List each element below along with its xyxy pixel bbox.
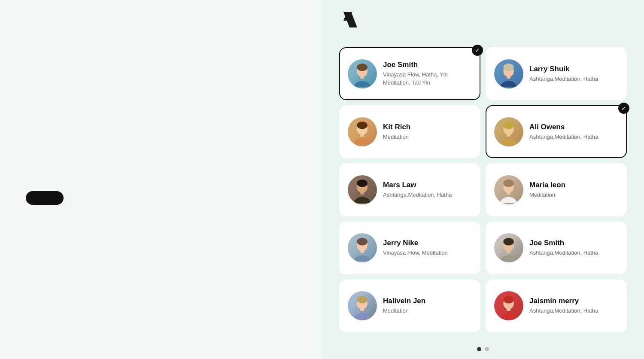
svg-point-25 xyxy=(504,180,514,187)
instructor-card-joe-smith-1[interactable]: ✓Joe SmithVinayasa Flow, Hatha, Yin Medi… xyxy=(339,47,480,100)
check-badge-ali-owens: ✓ xyxy=(618,103,629,114)
logo xyxy=(339,9,361,34)
instructor-info-joe-smith-1: Joe SmithVinayasa Flow, Hatha, Yin Medit… xyxy=(383,61,472,86)
instructor-info-ali-owens: Ali OwensAshtanga,Meditation, Hatha xyxy=(529,123,598,141)
svg-point-38 xyxy=(501,313,517,319)
svg-point-9 xyxy=(504,64,514,71)
instructor-name-jaismin-merry: Jaismin merry xyxy=(529,297,598,305)
instructor-tags-joe-smith-1: Vinayasa Flow, Hatha, Yin Meditation, Ta… xyxy=(383,71,472,86)
instructor-info-halivein-jen: Halivein JenMeditation xyxy=(383,297,425,315)
instructor-name-mars-law: Mars Law xyxy=(383,181,452,189)
right-panel: ✓Joe SmithVinayasa Flow, Hatha, Yin Medi… xyxy=(322,0,644,359)
instructor-info-larry-shuik: Larry ShuikAshtanga,Meditation, Hatha xyxy=(529,65,598,83)
action-row xyxy=(26,191,296,205)
svg-point-26 xyxy=(354,255,371,261)
pagination-dot-2[interactable] xyxy=(485,347,489,351)
instructor-card-halivein-jen[interactable]: Halivein JenMeditation xyxy=(339,280,480,332)
instructor-card-jerry-nike[interactable]: Jerry NikeVinayasa Flow, Meditation xyxy=(339,222,480,274)
svg-point-18 xyxy=(354,197,371,203)
svg-point-22 xyxy=(501,197,517,203)
avatar-mars-law xyxy=(348,175,377,204)
instructor-card-kit-rich[interactable]: Kit RichMeditation xyxy=(339,105,480,158)
instructor-tags-maria-leon: Meditation xyxy=(529,191,565,199)
logo-icon xyxy=(339,9,361,31)
svg-point-13 xyxy=(357,122,368,129)
instructor-name-jerry-nike: Jerry Nike xyxy=(383,239,448,247)
instructor-info-jaismin-merry: Jaismin merryAshtanga,Meditation, Hatha xyxy=(529,297,598,315)
instructors-grid: ✓Joe SmithVinayasa Flow, Hatha, Yin Medi… xyxy=(322,39,644,341)
instructor-card-joe-smith-2[interactable]: Joe SmithAshtanga,Meditation, Hatha xyxy=(486,222,627,274)
instructor-info-maria-leon: Maria leonMeditation xyxy=(529,181,565,199)
instructor-name-larry-shuik: Larry Shuik xyxy=(529,65,598,73)
instructor-tags-jaismin-merry: Ashtanga,Meditation, Hatha xyxy=(529,307,598,315)
instructor-info-kit-rich: Kit RichMeditation xyxy=(383,123,410,141)
instructor-name-halivein-jen: Halivein Jen xyxy=(383,297,425,305)
avatar-ali-owens xyxy=(494,117,523,146)
svg-point-33 xyxy=(504,238,514,245)
left-content xyxy=(26,86,296,205)
svg-point-30 xyxy=(501,255,517,261)
instructor-tags-halivein-jen: Meditation xyxy=(383,307,425,315)
right-header xyxy=(322,0,644,39)
instructor-name-kit-rich: Kit Rich xyxy=(383,123,410,131)
instructor-card-maria-leon[interactable]: Maria leonMeditation xyxy=(486,163,627,216)
avatar-joe-smith-2 xyxy=(494,233,523,262)
instructor-name-joe-smith-2: Joe Smith xyxy=(529,239,598,247)
svg-point-5 xyxy=(357,64,368,71)
left-panel xyxy=(0,0,322,359)
avatar-jaismin-merry xyxy=(494,291,523,320)
instructor-info-mars-law: Mars LawAshtanga,Meditation, Hatha xyxy=(383,181,452,199)
svg-point-17 xyxy=(504,122,514,129)
instructor-info-jerry-nike: Jerry NikeVinayasa Flow, Meditation xyxy=(383,239,448,257)
main-title xyxy=(26,86,296,169)
instructor-tags-kit-rich: Meditation xyxy=(383,133,410,141)
avatar-maria-leon xyxy=(494,175,523,204)
svg-point-14 xyxy=(501,139,517,145)
avatar-kit-rich xyxy=(348,117,377,146)
instructor-tags-mars-law: Ashtanga,Meditation, Hatha xyxy=(383,191,452,199)
svg-point-37 xyxy=(357,296,368,303)
instructor-card-jaismin-merry[interactable]: Jaismin merryAshtanga,Meditation, Hatha xyxy=(486,280,627,332)
instructor-info-joe-smith-2: Joe SmithAshtanga,Meditation, Hatha xyxy=(529,239,598,257)
instructor-name-maria-leon: Maria leon xyxy=(529,181,565,189)
instructor-tags-joe-smith-2: Ashtanga,Meditation, Hatha xyxy=(529,249,598,257)
instructor-card-ali-owens[interactable]: ✓Ali OwensAshtanga,Meditation, Hatha xyxy=(486,105,627,158)
avatar-joe-smith-1 xyxy=(348,59,377,88)
check-badge-joe-smith-1: ✓ xyxy=(472,45,483,56)
instructor-name-ali-owens: Ali Owens xyxy=(529,123,598,131)
svg-point-21 xyxy=(357,180,368,187)
instructor-card-mars-law[interactable]: Mars LawAshtanga,Meditation, Hatha xyxy=(339,163,480,216)
svg-point-29 xyxy=(357,238,368,245)
svg-point-34 xyxy=(354,313,371,319)
avatar-larry-shuik xyxy=(494,59,523,88)
pagination-dot-1[interactable] xyxy=(477,347,481,351)
instructor-tags-jerry-nike: Vinayasa Flow, Meditation xyxy=(383,249,448,257)
avatar-jerry-nike xyxy=(348,233,377,262)
continue-button[interactable] xyxy=(26,191,64,205)
instructor-tags-larry-shuik: Ashtanga,Meditation, Hatha xyxy=(529,75,598,83)
avatar-halivein-jen xyxy=(348,291,377,320)
pagination xyxy=(322,341,644,359)
instructor-card-larry-shuik[interactable]: Larry ShuikAshtanga,Meditation, Hatha xyxy=(486,47,627,100)
svg-point-6 xyxy=(501,81,517,87)
svg-point-10 xyxy=(354,139,371,145)
svg-point-2 xyxy=(354,81,371,87)
instructor-name-joe-smith-1: Joe Smith xyxy=(383,61,472,69)
instructor-tags-ali-owens: Ashtanga,Meditation, Hatha xyxy=(529,133,598,141)
svg-point-41 xyxy=(504,296,514,303)
